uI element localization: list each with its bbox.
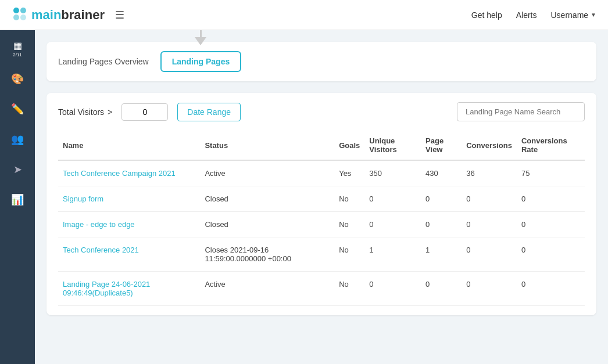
breadcrumb: Landing Pages Overview — [58, 57, 149, 66]
cell-status: Closed — [200, 186, 334, 212]
sidebar-item-palette[interactable]: 🎨 — [5, 66, 30, 92]
cell-status: Closed — [200, 212, 334, 237]
row-name-link[interactable]: Landing Page 24-06-2021 09:46:49(Duplica… — [63, 280, 150, 297]
svg-point-0 — [13, 8, 19, 13]
logo-main-text: main — [31, 8, 61, 22]
cell-conversions: 0 — [462, 212, 517, 237]
total-visitors-label: Total Visitors > — [58, 107, 112, 117]
cell-page-view: 0 — [421, 272, 462, 306]
sidebar-item-chart[interactable]: 📊 — [5, 187, 30, 212]
cell-name: Tech Conference Campaign 2021 — [58, 160, 200, 186]
arrow-shaft — [200, 30, 202, 37]
landing-pages-button[interactable]: Landing Pages — [160, 51, 242, 72]
landing-pages-table: Name Status Goals Unique Visitors Page V… — [58, 131, 585, 306]
search-input[interactable] — [457, 102, 585, 121]
alerts-link[interactable]: Alerts — [516, 10, 537, 20]
col-unique-visitors: Unique Visitors — [364, 131, 421, 160]
cell-goals: No — [334, 237, 364, 272]
cell-conversions: 0 — [462, 237, 517, 272]
arrow-indicator — [195, 30, 206, 45]
svg-point-2 — [13, 15, 19, 20]
sidebar-dashboard-label: 2/11 — [13, 52, 22, 57]
arrow-head-icon — [195, 37, 206, 45]
cell-page-view: 430 — [421, 160, 462, 186]
col-status: Status — [200, 131, 334, 160]
cell-unique-visitors: 350 — [364, 160, 421, 186]
header-card: Landing Pages Overview Landing Pages — [47, 42, 596, 81]
top-nav: mainbrainer ☰ Get help Alerts Username ▼ — [0, 0, 608, 30]
send-icon: ➤ — [13, 163, 22, 176]
chart-icon: 📊 — [11, 193, 24, 206]
row-name-link[interactable]: Tech Conference Campaign 2021 — [63, 169, 176, 178]
hamburger-icon[interactable]: ☰ — [115, 9, 124, 21]
logo-area: mainbrainer ☰ — [12, 6, 471, 24]
sidebar-item-dashboard[interactable]: ▦ 2/11 — [5, 36, 30, 62]
filter-row: Total Visitors > Date Range — [58, 102, 585, 121]
cell-name: Tech Conference 2021 — [58, 237, 200, 272]
col-conversions-rate: Conversions Rate — [517, 131, 585, 160]
cell-conversions-rate: 0 — [517, 272, 585, 306]
cell-unique-visitors: 0 — [364, 186, 421, 212]
cell-conversions: 36 — [462, 160, 517, 186]
cell-goals: Yes — [334, 160, 364, 186]
date-range-button[interactable]: Date Range — [177, 103, 241, 121]
dashboard-icon: ▦ — [13, 40, 22, 51]
table-row: Signup formClosedNo0000 — [58, 186, 585, 212]
table-header-row: Name Status Goals Unique Visitors Page V… — [58, 131, 585, 160]
sidebar-item-edit[interactable]: ✏️ — [5, 96, 30, 122]
body-layout: ▦ 2/11 🎨 ✏️ 👥 ➤ 📊 Landing Pages Overview — [0, 30, 608, 364]
sidebar: ▦ 2/11 🎨 ✏️ 👥 ➤ 📊 — [0, 30, 35, 364]
sidebar-item-send[interactable]: ➤ — [5, 157, 30, 182]
cell-goals: No — [334, 186, 364, 212]
col-goals: Goals — [334, 131, 364, 160]
cell-status: Active — [200, 272, 334, 306]
cell-name: Signup form — [58, 186, 200, 212]
logo: mainbrainer — [12, 6, 105, 24]
cell-conversions-rate: 0 — [517, 237, 585, 272]
table-header: Name Status Goals Unique Visitors Page V… — [58, 131, 585, 160]
col-name: Name — [58, 131, 200, 160]
landing-pages-btn-wrapper: Landing Pages — [160, 51, 242, 72]
username-menu[interactable]: Username ▼ — [551, 10, 597, 20]
table-row: Landing Page 24-06-2021 09:46:49(Duplica… — [58, 272, 585, 306]
row-name-link[interactable]: Tech Conference 2021 — [63, 246, 139, 254]
cell-name: Landing Page 24-06-2021 09:46:49(Duplica… — [58, 272, 200, 306]
cell-name: Image - edge to edge — [58, 212, 200, 237]
cell-conversions-rate: 75 — [517, 160, 585, 186]
main-content: Landing Pages Overview Landing Pages Tot… — [35, 30, 608, 364]
table-row: Image - edge to edgeClosedNo0000 — [58, 212, 585, 237]
palette-icon: 🎨 — [11, 73, 24, 85]
table-body: Tech Conference Campaign 2021ActiveYes35… — [58, 160, 585, 306]
edit-icon: ✏️ — [11, 103, 24, 116]
username-chevron-icon: ▼ — [591, 12, 596, 18]
col-conversions: Conversions — [462, 131, 517, 160]
svg-point-1 — [20, 8, 26, 13]
cell-unique-visitors: 1 — [364, 237, 421, 272]
cell-goals: No — [334, 212, 364, 237]
get-help-link[interactable]: Get help — [471, 10, 502, 20]
filter-table-card: Total Visitors > Date Range Name Status … — [47, 93, 596, 315]
users-icon: 👥 — [11, 133, 24, 146]
cell-status: Closes 2021-09-16 11:59:00.0000000 +00:0… — [200, 237, 334, 272]
cell-conversions-rate: 0 — [517, 186, 585, 212]
row-name-link[interactable]: Image - edge to edge — [63, 220, 135, 229]
table-row: Tech Conference Campaign 2021ActiveYes35… — [58, 160, 585, 186]
cell-conversions-rate: 0 — [517, 212, 585, 237]
col-page-view: Page View — [421, 131, 462, 160]
row-name-link[interactable]: Signup form — [63, 194, 103, 203]
logo-brainer-text: brainer — [61, 8, 105, 22]
cell-page-view: 1 — [421, 237, 462, 272]
cell-conversions: 0 — [462, 186, 517, 212]
logo-icon — [12, 6, 30, 24]
cell-page-view: 0 — [421, 212, 462, 237]
svg-point-3 — [20, 15, 26, 20]
table-row: Tech Conference 2021Closes 2021-09-16 11… — [58, 237, 585, 272]
sidebar-item-users[interactable]: 👥 — [5, 127, 30, 152]
username-label: Username — [551, 10, 589, 20]
cell-unique-visitors: 0 — [364, 272, 421, 306]
cell-unique-visitors: 0 — [364, 212, 421, 237]
cell-goals: No — [334, 272, 364, 306]
nav-right: Get help Alerts Username ▼ — [471, 10, 596, 20]
visitors-input[interactable] — [121, 103, 168, 121]
cell-page-view: 0 — [421, 186, 462, 212]
